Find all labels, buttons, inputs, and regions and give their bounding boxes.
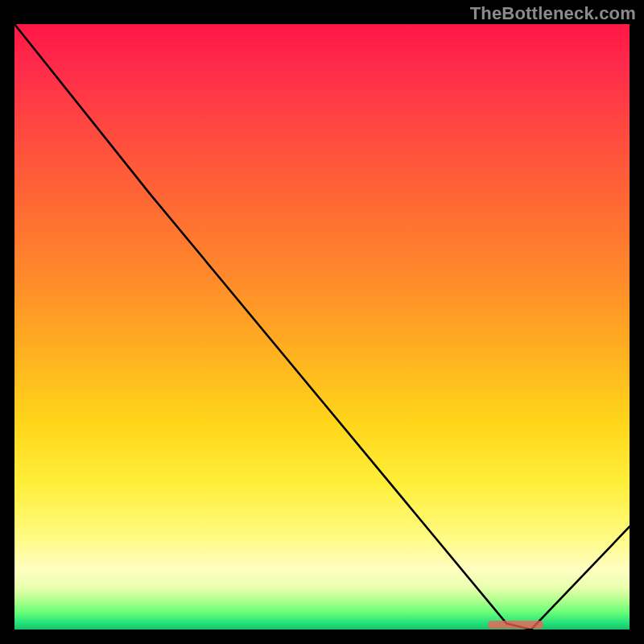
- plot-area: [14, 24, 630, 630]
- chart-frame: TheBottleneck.com: [0, 0, 644, 644]
- watermark-text: TheBottleneck.com: [470, 3, 636, 24]
- chart-svg: [14, 24, 630, 630]
- minimum-marker: [488, 621, 543, 629]
- line-series: [14, 24, 630, 630]
